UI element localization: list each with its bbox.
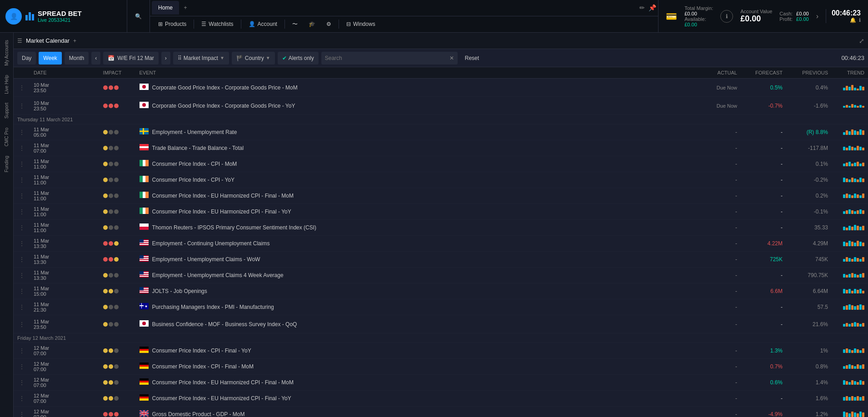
table-row[interactable]: ⋮ 10 Mar 23:50 Corporate Good Price Inde… [14, 97, 868, 115]
search-field[interactable]: ✕ [321, 52, 458, 65]
tab-add-button[interactable]: + [180, 2, 191, 13]
row-info-button[interactable]: ⋮ [17, 287, 26, 295]
table-row[interactable]: ⋮ 11 Mar 15:00 JOLTS - Job Openings - 6.… [14, 283, 868, 299]
account-button[interactable]: 👤 Account [244, 19, 282, 29]
row-info-button[interactable]: ⋮ [17, 378, 26, 387]
event-flag-cell: Employment - Unemployment Claims 4 Week … [136, 268, 695, 283]
sidebar-item-support[interactable]: Support [2, 99, 11, 122]
impact-cell [100, 359, 136, 375]
row-info-button[interactable]: ⋮ [17, 303, 26, 311]
alerts-button[interactable]: ✔ Alerts only [278, 52, 319, 65]
table-row[interactable]: ⋮ 11 Mar 11:00 Consumer Price Index - CP… [14, 156, 868, 172]
table-row[interactable]: ⋮ 11 Mar 05:00 Employment - Unemployment… [14, 124, 868, 140]
country-flag [140, 271, 149, 279]
actual-cell: - [695, 299, 741, 315]
sidebar-item-cmc-pro[interactable]: CMC Pro [2, 124, 11, 150]
row-info-button[interactable]: ⋮ [17, 192, 26, 200]
hamburger-icon[interactable]: ☰ [17, 38, 22, 44]
gear-button[interactable]: ⚙ [322, 19, 336, 29]
tab-home[interactable]: Home [152, 1, 179, 15]
forecast-cell: - [741, 299, 786, 315]
table-row[interactable]: ⋮ 11 Mar 13:30 Employment - Unemployment… [14, 252, 868, 268]
table-row[interactable]: ⋮ 12 Mar 07:00 Consumer Price Index - EU… [14, 375, 868, 391]
table-row[interactable]: ⋮ 12 Mar 07:00 Consumer Price Index - EU… [14, 391, 868, 407]
table-row[interactable]: ⋮ 11 Mar 11:00 Consumer Price Index - EU… [14, 188, 868, 204]
nav-sep-1 [194, 20, 194, 29]
country-button[interactable]: 🏴 Country ▼ [232, 52, 275, 65]
row-info-button[interactable]: ⋮ [17, 84, 26, 92]
row-info-button[interactable]: ⋮ [17, 102, 26, 110]
time-cell: 07:00 [34, 148, 96, 154]
sidebar-item-funding[interactable]: Funding [2, 152, 11, 176]
trend-cell [832, 188, 868, 204]
table-row[interactable]: ⋮ 11 Mar 13:30 Employment - Unemployment… [14, 268, 868, 283]
row-info-button[interactable]: ⋮ [17, 271, 26, 279]
sidebar-item-live-help[interactable]: Live Help [2, 71, 11, 98]
minimize-button[interactable]: ⤢ [859, 37, 864, 45]
row-info-button[interactable]: ⋮ [17, 144, 26, 152]
event-flag-cell: Consumer Price Index - CPI - Final - YoY [136, 343, 695, 358]
pin-icon[interactable]: 📌 [649, 4, 656, 11]
reset-button[interactable]: Reset [460, 52, 484, 65]
row-info-button[interactable]: ⋮ [17, 347, 26, 355]
search-input[interactable] [325, 55, 449, 61]
row-info-button[interactable]: ⋮ [17, 239, 26, 248]
previous-cell: 21.6% [786, 315, 832, 333]
edu-button[interactable]: 🎓 [304, 19, 320, 29]
svg-point-1 [142, 85, 146, 89]
expand-button[interactable]: › [816, 12, 818, 20]
date-cell: 11 Mar [34, 319, 96, 324]
clear-search-button[interactable]: ✕ [449, 55, 454, 61]
month-button[interactable]: Month [65, 52, 89, 65]
table-row[interactable]: ⋮ 11 Mar 07:00 Trade Balance - Trade Bal… [14, 140, 868, 156]
table-row[interactable]: ⋮ 12 Mar 07:00 Consumer Price Index - CP… [14, 359, 868, 375]
country-flag [140, 144, 149, 152]
chart-button[interactable]: 〜 [288, 19, 302, 30]
date-next-button[interactable]: › [161, 52, 170, 65]
products-button[interactable]: ⊞ Products [154, 19, 191, 29]
trend-cell [832, 315, 868, 333]
impact-cell [100, 236, 136, 252]
account-label: Account [258, 21, 277, 27]
section-header-row: Friday 12 March 2021 [14, 333, 868, 343]
info-icon[interactable]: ℹ [720, 10, 733, 23]
table-row[interactable]: ⋮ 11 Mar 23:50 Business Confidence - MOF… [14, 315, 868, 333]
day-button[interactable]: Day [17, 52, 36, 65]
row-info-button[interactable]: ⋮ [17, 362, 26, 371]
trend-cell [832, 391, 868, 407]
event-flag-cell: Consumer Price Index - EU Harmonized CPI… [136, 188, 695, 203]
row-info-button[interactable]: ⋮ [17, 320, 26, 328]
table-container[interactable]: DATE IMPACT EVENT ACTUAL FORECAST PREVIO… [14, 67, 868, 417]
week-button[interactable]: Week [39, 52, 61, 65]
sidebar-item-my-accounts[interactable]: My Accounts [2, 36, 11, 70]
table-row[interactable]: ⋮ 12 Mar 07:00 Consumer Price Index - CP… [14, 343, 868, 359]
row-info-button[interactable]: ⋮ [17, 255, 26, 263]
margin-area: Total Margin: £0.00 Available: £0.00 [684, 5, 713, 27]
table-row[interactable]: ⋮ 10 Mar 23:50 Corporate Good Price Inde… [14, 79, 868, 97]
edit-icon[interactable]: ✏ [639, 4, 645, 11]
row-info-button[interactable]: ⋮ [17, 223, 26, 232]
date-prev-button[interactable]: ‹ [91, 52, 100, 65]
account-value-label: Account Value [740, 9, 772, 14]
table-row[interactable]: ⋮ 11 Mar 21:30 ★ Purchasing Managers Ind… [14, 299, 868, 315]
table-row[interactable]: ⋮ 11 Mar 11:00 Consumer Price Index - EU… [14, 204, 868, 220]
search-button[interactable]: 🔍 [127, 0, 150, 32]
content-tab-add[interactable]: + [73, 38, 76, 44]
table-row[interactable]: ⋮ 12 Mar 07:00 Gross Domestic Product - … [14, 407, 868, 417]
watchlists-button[interactable]: ☰ Watchlists [197, 19, 238, 29]
date-range-button[interactable]: 📅 W/E Fri 12 Mar [103, 52, 159, 65]
market-impact-button[interactable]: ⠿ Market Impact ▼ [173, 52, 229, 65]
impact-cell [100, 140, 136, 156]
row-info-button[interactable]: ⋮ [17, 128, 26, 136]
time-cell: 07:00 [34, 367, 96, 372]
row-info-button[interactable]: ⋮ [17, 410, 26, 417]
table-row[interactable]: ⋮ 11 Mar 11:00 Thomon Reuters - IPSOS Pr… [14, 220, 868, 236]
row-info-button[interactable]: ⋮ [17, 176, 26, 184]
windows-button[interactable]: ⊟ Windows [342, 19, 380, 29]
table-row[interactable]: ⋮ 11 Mar 11:00 Consumer Price Index - CP… [14, 172, 868, 188]
row-info-button[interactable]: ⋮ [17, 208, 26, 216]
table-row[interactable]: ⋮ 11 Mar 13:30 Employment - Continuing U… [14, 236, 868, 252]
trend-bars [835, 129, 864, 135]
row-info-button[interactable]: ⋮ [17, 394, 26, 402]
row-info-button[interactable]: ⋮ [17, 160, 26, 168]
